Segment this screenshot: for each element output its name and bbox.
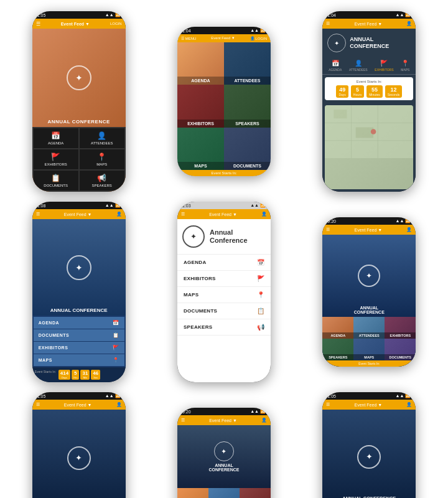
phone6-menu[interactable]: ☰ — [326, 227, 330, 232]
phone1-tile-speakers-label: SPEAKERS — [91, 184, 111, 187]
phone4-days: 414 Days — [58, 370, 70, 380]
phone9-login[interactable]: 👤 — [406, 402, 412, 407]
speakers-icon: 📢 — [97, 174, 106, 182]
phone3-nav-exhibitors[interactable]: 🚩 EXHIBITORS — [375, 60, 393, 72]
phone3-screen: ✦ ANNUALCONFERENCE 📅 AGENDA 👤 ATTENDEES — [322, 29, 416, 192]
phone5-exhibitors-label: EXHIBITORS — [184, 276, 216, 281]
phone1: 1:05 ▲▲ 📶 ☰ Event Feed ▼ LOGIN ✦ ANNUAL … — [32, 11, 126, 192]
phone5-menu[interactable]: ☰ — [181, 212, 185, 217]
phone2-tile-attendees-label: ATTENDEES — [224, 77, 271, 85]
phone5-time: 1:03 — [182, 204, 191, 208]
phone2-tile-agenda[interactable]: AGENDA — [177, 42, 224, 85]
phone6-tile-maps[interactable]: MAPS — [353, 339, 385, 360]
phone4-logo: ✦ — [67, 255, 91, 280]
phone4-menu[interactable]: ☰ — [36, 212, 40, 217]
phone2-tile-documents[interactable]: DOCUMENTS — [224, 128, 271, 170]
phone5-login[interactable]: 👤 — [261, 212, 267, 217]
phone5-list-maps[interactable]: MAPS 📍 — [177, 287, 271, 303]
phone8-header: ☰ Event Feed ▼ 👤 — [177, 415, 271, 425]
phone2-login[interactable]: 👤 LOGIN — [250, 36, 267, 40]
phone5-list-agenda[interactable]: AGENDA 📅 — [177, 255, 271, 271]
phone4-min-lbl: Min — [82, 376, 88, 379]
phone7-hero: ✦ ANNUAL CONFERENCE — [32, 410, 126, 498]
phone2-menu[interactable]: ☰ MENU — [181, 36, 196, 40]
phone6-footer: Event Starts In: — [322, 360, 416, 367]
phone3-hours-box: 5 Hours — [351, 85, 364, 98]
phone2-tile-exhibitors[interactable]: EXHIBITORS — [177, 85, 224, 127]
phone2-footer: Event Starts In: — [177, 170, 271, 176]
phone6-tile-speakers[interactable]: SPEAKERS — [322, 339, 353, 360]
phone5-icons: ▲▲ 📶 — [250, 203, 266, 208]
p6-label-speakers: SPEAKERS — [322, 354, 353, 360]
nav-maps-icon: 📍 — [401, 60, 409, 67]
phone8-tile-agenda[interactable]: AGENDA — [177, 488, 208, 498]
phone6-tile-exhibitors[interactable]: EXHIBITORS — [385, 317, 416, 339]
phone1-tile-agenda[interactable]: 📅 AGENDA — [34, 128, 78, 148]
phone2-tile-maps[interactable]: MAPS — [177, 128, 224, 170]
phone3-menu[interactable]: ☰ — [326, 21, 330, 26]
phone1-tile-exhibitors[interactable]: 🚩 EXHIBITORS — [34, 149, 78, 169]
p6-label-documents: DOCUMENTS — [385, 354, 416, 360]
phone6-tile-agenda[interactable]: AGENDA — [322, 317, 353, 339]
phone4-menu-items: AGENDA 📅 DOCUMENTS 📋 EXHIBITORS 🚩 M — [32, 316, 126, 367]
p6-label-maps: MAPS — [353, 354, 385, 360]
phone1-tile-exhibitors-label: EXHIBITORS — [45, 162, 67, 166]
phone7: 1:05 ▲▲ 📶 ☰ Event Feed ▼ 👤 ✦ ANNUAL CONF… — [32, 392, 126, 498]
phone3-nav-agenda[interactable]: 📅 AGENDA — [329, 60, 342, 72]
phone1-tile-maps[interactable]: 📍 MAPS — [80, 149, 124, 169]
phone4-menu-documents[interactable]: DOCUMENTS 📋 — [34, 329, 124, 341]
phone5-list-speakers[interactable]: SPEAKERS 📢 — [177, 319, 271, 336]
phone6-tile-documents[interactable]: DOCUMENTS — [385, 339, 416, 360]
phone8-login[interactable]: 👤 — [261, 418, 267, 423]
phone8-title: Event Feed ▼ — [209, 418, 237, 423]
phone8-tile-exhibitors[interactable]: EXHIBITORS — [240, 488, 271, 498]
phone6-login[interactable]: 👤 — [406, 227, 412, 232]
phone1-tile-documents[interactable]: 📋 DOCUMENTS — [34, 171, 78, 190]
phone3-nav-maps[interactable]: 📍 MAPS — [401, 60, 409, 72]
phone2: 1:04 ▲▲ 📶 ☰ MENU Event Feed ▼ 👤 LOGIN AG… — [177, 27, 271, 176]
phone8-menu[interactable]: ☰ — [181, 418, 185, 423]
phone2-tile-maps-label: MAPS — [177, 162, 224, 170]
phone2-screen: ☰ MENU Event Feed ▼ 👤 LOGIN AGENDA ATTEN… — [177, 34, 271, 176]
phone9-menu[interactable]: ☰ — [326, 402, 330, 407]
phone7-screen: ✦ ANNUAL CONFERENCE AGENDA 📅 EXHIBITORS … — [32, 410, 126, 498]
phone3-login[interactable]: 👤 — [406, 21, 412, 26]
phone2-inner: 1:04 ▲▲ 📶 ☰ MENU Event Feed ▼ 👤 LOGIN AG… — [177, 27, 271, 176]
phone2-tile-speakers[interactable]: SPEAKERS — [224, 85, 271, 127]
phone4-menu-maps[interactable]: MAPS 📍 — [34, 354, 124, 366]
phone9-screen: ✦ ANNUAL CONFERENCE 📅 AGENDA 📋 DOCUMENTS — [322, 410, 416, 498]
phone9-hero-title: ANNUAL CONFERENCE — [322, 496, 416, 498]
phone5-wrapper: 1:03 ▲▲ 📶 ☰ Event Feed ▼ 👤 ✦ AnnualConfe… — [151, 197, 296, 387]
phone7-header: ☰ Event Feed ▼ 👤 — [32, 400, 126, 410]
phone4-documents-icon: 📋 — [113, 332, 119, 338]
phone4-menu-exhibitors[interactable]: EXHIBITORS 🚩 — [34, 342, 124, 354]
phone8-status-bar: 9:20 ▲▲ 📶 — [177, 408, 271, 415]
p6-label-exhibitors: EXHIBITORS — [385, 332, 416, 339]
phone1-tile-attendees[interactable]: 👤 ATTENDEES — [80, 128, 124, 148]
phone5-list-exhibitors[interactable]: EXHIBITORS 🚩 — [177, 271, 271, 287]
phone4-login[interactable]: 👤 — [116, 212, 122, 217]
phone4-menu-agenda[interactable]: AGENDA 📅 — [34, 317, 124, 329]
phone7-wrapper: 1:05 ▲▲ 📶 ☰ Event Feed ▼ 👤 ✦ ANNUAL CONF… — [6, 387, 151, 498]
phone5-screen: ✦ AnnualConference AGENDA 📅 EXHIBITORS 🚩 — [177, 219, 271, 382]
phone7-login[interactable]: 👤 — [116, 402, 122, 407]
phone9-logo: ✦ — [357, 445, 381, 469]
phone1-login[interactable]: LOGIN — [110, 22, 122, 26]
phone4-min-num: 31 — [82, 370, 88, 376]
phone1-menu-icon[interactable]: ☰ — [36, 21, 40, 27]
phone6-tile-attendees[interactable]: ATTENDEES — [353, 317, 385, 339]
phone2-tile-attendees[interactable]: ATTENDEES — [224, 42, 271, 85]
phone3-nav-attendees[interactable]: 👤 ATTENDEES — [349, 60, 368, 72]
phone8-tile-attendees[interactable]: ATTENDEES — [208, 488, 240, 498]
phone4-cnt-label: Event Starts In: — [35, 370, 56, 380]
phone8-icons: ▲▲ 📶 — [250, 409, 266, 414]
phone7-menu[interactable]: ☰ — [36, 402, 40, 407]
phone5-list-documents[interactable]: DOCUMENTS 📋 — [177, 303, 271, 319]
phone5-hero: ✦ AnnualConference — [177, 219, 271, 255]
phone9-header: ☰ Event Feed ▼ 👤 — [322, 400, 416, 410]
phone1-tile-speakers[interactable]: 📢 SPEAKERS — [80, 171, 124, 190]
phone9-inner: 1:05 ▲▲ 📶 ☰ Event Feed ▼ 👤 ✦ ANNUAL CONF… — [322, 392, 416, 498]
p6-label-attendees: ATTENDEES — [353, 332, 385, 339]
map-svg — [325, 105, 413, 158]
phone4-header: ☰ Event Feed ▼ 👤 — [32, 209, 126, 219]
